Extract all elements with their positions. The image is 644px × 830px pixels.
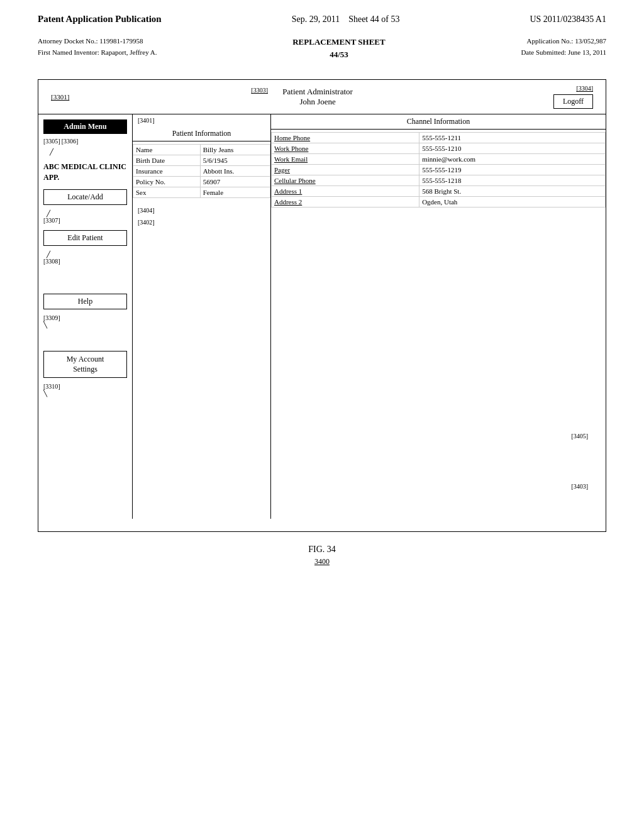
logoff-button[interactable]: Logoff [553,94,593,109]
patient-info-row: SexFemale [133,187,270,198]
patient-field-value: Billy Jeans [200,145,270,155]
ref-3401: [3401] [133,114,270,126]
patient-info-table: NameBilly JeansBirth Date5/6/1945Insuran… [133,144,270,198]
ref-3405: [3405] [566,429,593,443]
ref-3310: [3310] ╲ [43,383,127,397]
patient-field-label: Insurance [133,166,201,177]
patient-field-label: Name [133,145,201,155]
channel-info-row: Work Emailminnie@work.com [272,154,606,165]
patient-info-row: Birth Date5/6/1945 [133,155,270,166]
channel-field-value: Ogden, Utah [419,197,606,208]
edit-patient-button[interactable]: Edit Patient [43,230,127,246]
locate-add-button[interactable]: Locate/Add [43,189,127,205]
patient-info-title: Patient Information [133,126,270,141]
attorney-docket: Attorney Docket No.: 119981-179958 First… [38,36,157,60]
patient-info-row: Policy No.56907 [133,177,270,187]
patient-field-label: Policy No. [133,177,201,187]
patient-info-row: NameBilly Jeans [133,145,270,155]
ref-3304: [3304] [576,85,593,92]
top-section: [3301] [3303] Patient Administrator John… [38,80,606,114]
replacement-sheet-label: REPLACEMENT SHEET 44/53 [292,36,386,60]
patient-info-row: InsuranceAbbott Ins. [133,166,270,177]
content-area: Admin Menu [3305] [3306] ╱ ABC MEDICAL C… [38,114,606,519]
channel-field-value: 555-555-1210 [419,143,606,154]
channel-field-value: 555-555-1219 [419,165,606,175]
ref-group-3305-3306: [3305] [3306] [43,138,127,145]
my-account-button[interactable]: My Account Settings [43,351,127,379]
channel-field-label: Address 1 [272,186,419,197]
channel-info-panel: Channel Information Home Phone555-555-12… [271,114,606,519]
help-button[interactable]: Help [43,294,127,309]
patient-field-label: Sex [133,187,201,198]
ref-3309: [3309] ╲ [43,314,127,328]
channel-info-row: Work Phone555-555-1210 [272,143,606,154]
channel-info-row: Address 2Ogden, Utah [272,197,606,208]
patient-administrator-info: [3303] Patient Administrator John Joene [270,87,353,107]
patient-field-value: 5/6/1945 [200,155,270,166]
channel-field-label: Work Email [272,154,419,165]
channel-info-row: Pager555-555-1219 [272,165,606,175]
channel-info-title: Channel Information [271,114,606,130]
sheet-info: Sep. 29, 2011 Sheet 44 of 53 [292,14,400,25]
ref-3303: [3303] [251,87,268,94]
channel-field-label: Pager [272,165,419,175]
channel-info-row: Home Phone555-555-1211 [272,133,606,143]
channel-field-label: Cellular Phone [272,175,419,186]
patient-field-value: 56907 [200,177,270,187]
application-info: Application No.: 13/052,987 Date Submitt… [521,36,606,60]
channel-field-value: minnie@work.com [419,154,606,165]
patient-field-label: Birth Date [133,155,201,166]
channel-field-value: 555-555-1211 [419,133,606,143]
patent-number: US 2011/0238435 A1 [530,14,606,25]
top-right-group: [3304] Logoff [553,85,593,109]
channel-field-value: 555-555-1218 [419,175,606,186]
publication-label: Patent Application Publication [38,14,162,25]
ref-3402: [3402] [133,218,270,227]
patient-info-panel: [3401] Patient Information NameBilly Jea… [133,114,271,519]
channel-info-row: Cellular Phone555-555-1218 [272,175,606,186]
channel-info-row: Address 1568 Bright St. [272,186,606,197]
patient-field-value: Abbott Ins. [200,166,270,177]
channel-field-label: Home Phone [272,133,419,143]
channel-field-label: Work Phone [272,143,419,154]
channel-info-table: Home Phone555-555-1211Work Phone555-555-… [271,132,606,208]
app-name-label: ABC MEDICAL CLINIC APP. [43,159,127,185]
diagram-container: [3301] [3303] Patient Administrator John… [38,79,606,532]
slash-3305: ╱ [50,148,127,155]
ref-3301: [3301] [51,93,69,101]
ref-3404: [3404] [133,203,270,218]
admin-menu-button[interactable]: Admin Menu [43,119,127,134]
figure-label: FIG. 34 [0,545,644,555]
channel-field-value: 568 Bright St. [419,186,606,197]
patient-admin-label: Patient Administrator [282,87,353,97]
ref-3308: ╱ [3308] [43,251,127,265]
channel-field-label: Address 2 [272,197,419,208]
patient-field-value: Female [200,187,270,198]
ref-3307: ╱ [3307] [43,210,127,224]
sidebar: Admin Menu [3305] [3306] ╱ ABC MEDICAL C… [38,114,133,519]
figure-ref: 3400 [0,557,644,567]
ref-3403: [3403] [566,479,593,494]
patient-admin-name: John Joene [282,97,353,107]
